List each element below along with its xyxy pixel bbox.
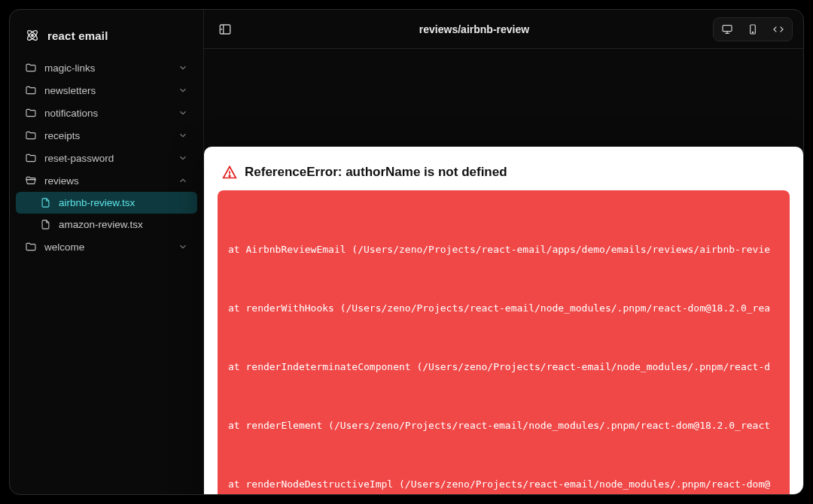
code-icon bbox=[772, 23, 784, 35]
folder-icon bbox=[25, 129, 37, 141]
stack-line: at renderElement (/Users/zeno/Projects/r… bbox=[228, 416, 779, 436]
desktop-view-button[interactable] bbox=[715, 20, 739, 39]
topbar: reviews/airbnb-review bbox=[204, 10, 803, 49]
sidebar-item-label: amazon-review.tsx bbox=[59, 219, 143, 230]
sidebar-folder-magic-links[interactable]: magic-links bbox=[16, 56, 197, 79]
warning-icon bbox=[222, 165, 237, 180]
sidebar-item-label: reset-password bbox=[44, 153, 114, 164]
chevron-down-icon bbox=[178, 108, 188, 118]
folder-icon bbox=[25, 84, 37, 96]
file-icon bbox=[40, 197, 51, 208]
chevron-down-icon bbox=[178, 62, 188, 73]
panel-left-icon bbox=[218, 23, 232, 36]
svg-point-7 bbox=[229, 175, 230, 177]
sidebar-item-label: reviews bbox=[44, 175, 79, 187]
sidebar-folder-reviews[interactable]: reviews bbox=[16, 169, 197, 192]
chevron-down-icon bbox=[178, 85, 188, 96]
brand: react email bbox=[10, 20, 203, 56]
page-title: reviews/airbnb-review bbox=[236, 23, 713, 35]
sidebar-item-label: receipts bbox=[44, 130, 80, 141]
mobile-view-button[interactable] bbox=[741, 20, 765, 39]
file-icon bbox=[40, 219, 51, 230]
sidebar-item-label: welcome bbox=[44, 241, 84, 253]
code-view-button[interactable] bbox=[766, 20, 790, 39]
brand-label: react email bbox=[47, 29, 108, 42]
sidebar-item-label: newsletters bbox=[44, 85, 96, 96]
sidebar-folder-newsletters[interactable]: newsletters bbox=[16, 79, 197, 102]
sidebar-folder-notifications[interactable]: notifications bbox=[16, 102, 197, 124]
sidebar-nav: magic-links newsletters notifications re… bbox=[10, 56, 203, 258]
sidebar-folder-reset-password[interactable]: reset-password bbox=[16, 147, 197, 169]
error-title: ReferenceError: authorName is not define… bbox=[245, 165, 507, 180]
error-panel: ReferenceError: authorName is not define… bbox=[204, 147, 803, 495]
svg-point-2 bbox=[32, 35, 34, 37]
error-stacktrace: at AirbnbReviewEmail (/Users/zeno/Projec… bbox=[218, 190, 790, 495]
logo-icon bbox=[25, 28, 40, 43]
error-header: ReferenceError: authorName is not define… bbox=[218, 160, 790, 190]
collapse-sidebar-button[interactable] bbox=[215, 19, 236, 40]
sidebar-file-airbnb-review[interactable]: airbnb-review.tsx bbox=[16, 192, 197, 214]
chevron-down-icon bbox=[178, 241, 188, 252]
folder-open-icon bbox=[25, 175, 37, 187]
stack-line: at renderWithHooks (/Users/zeno/Projects… bbox=[228, 299, 779, 318]
stack-line: at renderIndeterminateComponent (/Users/… bbox=[228, 357, 779, 377]
sidebar-item-label: airbnb-review.tsx bbox=[59, 197, 135, 208]
svg-rect-4 bbox=[723, 25, 732, 31]
sidebar-folder-receipts[interactable]: receipts bbox=[16, 124, 197, 147]
sidebar-item-label: magic-links bbox=[44, 62, 96, 74]
folder-icon bbox=[25, 107, 37, 119]
folder-icon bbox=[25, 152, 37, 164]
sidebar-file-amazon-review[interactable]: amazon-review.tsx bbox=[16, 214, 197, 235]
sidebar-folder-welcome[interactable]: welcome bbox=[16, 235, 197, 258]
preview-canvas: ReferenceError: authorName is not define… bbox=[204, 49, 803, 494]
svg-point-6 bbox=[752, 32, 753, 32]
chevron-down-icon bbox=[178, 130, 188, 141]
desktop-icon bbox=[721, 23, 733, 35]
folder-icon bbox=[25, 62, 37, 74]
stack-line: at AirbnbReviewEmail (/Users/zeno/Projec… bbox=[228, 240, 779, 260]
stack-line: at renderNodeDestructiveImpl (/Users/zen… bbox=[228, 475, 779, 494]
app-frame: react email magic-links newsletters noti… bbox=[9, 9, 804, 495]
view-mode-toggle bbox=[713, 17, 793, 41]
chevron-down-icon bbox=[178, 153, 188, 163]
folder-icon bbox=[25, 241, 37, 253]
mobile-icon bbox=[747, 23, 759, 35]
sidebar: react email magic-links newsletters noti… bbox=[10, 10, 204, 494]
chevron-up-icon bbox=[178, 175, 188, 186]
topbar-left bbox=[215, 19, 236, 40]
sidebar-item-label: notifications bbox=[44, 108, 98, 119]
main: reviews/airbnb-review ReferenceError: au… bbox=[204, 10, 803, 494]
